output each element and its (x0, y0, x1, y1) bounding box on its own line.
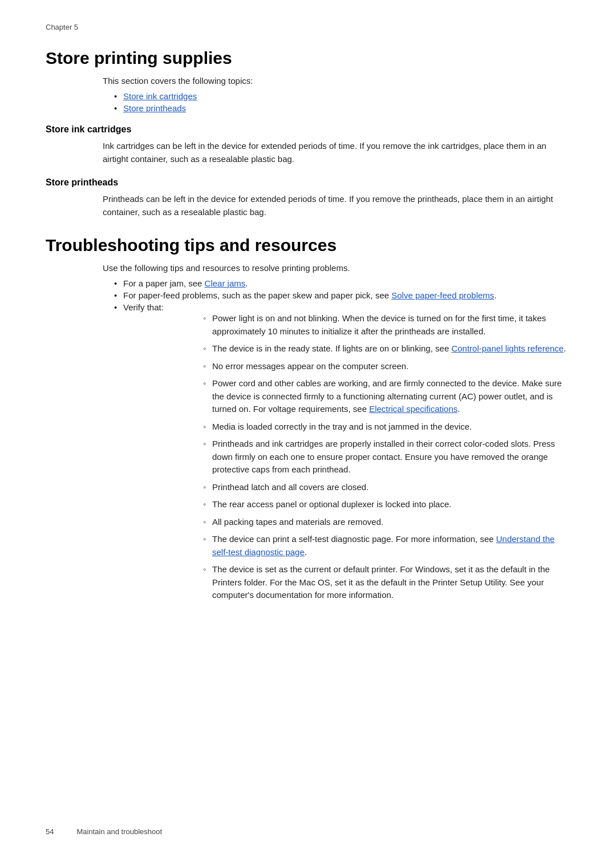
page-container: Chapter 5 Store printing supplies This s… (0, 0, 616, 645)
list-item: Verify that: Power light is on and not b… (114, 302, 570, 602)
list-item: For a paper jam, see Clear jams. (114, 278, 570, 288)
chapter-label: Chapter 5 (46, 23, 570, 31)
store-printing-supplies-section: Store printing supplies This section cov… (46, 48, 570, 219)
store-intro-text: This section covers the following topics… (103, 76, 570, 86)
verify-rear-access: The rear access panel or optional duplex… (212, 499, 451, 509)
list-item: The device is set as the current or defa… (203, 563, 570, 602)
list-item: All packing tapes and materials are remo… (203, 516, 570, 529)
electrical-specifications-link[interactable]: Electrical specifications (369, 404, 457, 414)
verify-power-light: Power light is on and not blinking. When… (212, 313, 546, 336)
verify-printheads-installed: Printheads and ink cartridges are proper… (212, 439, 555, 474)
solve-paper-feed-link[interactable]: Solve paper-feed problems (391, 290, 494, 300)
verify-media-loaded: Media is loaded correctly in the tray an… (212, 422, 472, 431)
page-footer: 54 Maintain and troubleshoot (46, 827, 570, 836)
verify-ready-state-after: . (564, 343, 566, 353)
store-printheads-heading: Store printheads (46, 177, 570, 188)
verify-ready-state-before: The device is in the ready state. If lig… (212, 343, 451, 353)
verify-packing-tapes: All packing tapes and materials are remo… (212, 517, 383, 527)
list-item: Media is loaded correctly in the tray an… (203, 421, 570, 434)
list-item: The device can print a self-test diagnos… (203, 533, 570, 559)
verify-self-test-after: . (305, 547, 307, 557)
control-panel-lights-link[interactable]: Control-panel lights reference (451, 343, 564, 353)
paper-jam-text-before: For a paper jam, see (123, 278, 205, 288)
verify-printhead-latch: Printhead latch and all covers are close… (212, 482, 368, 492)
store-printheads-body: Printheads can be left in the device for… (103, 192, 570, 219)
clear-jams-link[interactable]: Clear jams (205, 278, 246, 288)
verify-default-printer: The device is set as the current or defa… (212, 564, 550, 600)
store-printheads-subsection: Store printheads Printheads can be left … (46, 177, 570, 219)
verify-self-test-before: The device can print a self-test diagnos… (212, 534, 496, 544)
footer-page-number: 54 (46, 827, 54, 836)
troubleshooting-section: Troubleshooting tips and resources Use t… (46, 236, 570, 602)
store-topics-list: Store ink cartridges Store printheads (114, 91, 570, 113)
footer-section-text: Maintain and troubleshoot (76, 827, 162, 836)
list-item: The rear access panel or optional duplex… (203, 498, 570, 511)
list-item: Printheads and ink cartridges are proper… (203, 438, 570, 476)
list-item: Printhead latch and all covers are close… (203, 481, 570, 494)
list-item: Store printheads (114, 103, 570, 113)
list-item: Power cord and other cables are working,… (203, 377, 570, 416)
store-ink-cartridges-subsection: Store ink cartridges Ink cartridges can … (46, 124, 570, 166)
paper-jam-text-after: . (245, 278, 248, 288)
paper-feed-text-after: . (494, 290, 496, 300)
verify-power-cord-after: . (457, 404, 460, 414)
verify-no-error-messages: No error messages appear on the computer… (212, 361, 408, 371)
store-printing-supplies-title: Store printing supplies (46, 48, 570, 68)
troubleshooting-title: Troubleshooting tips and resources (46, 236, 570, 255)
verify-that-text: Verify that: (123, 302, 164, 312)
troubleshooting-intro: Use the following tips and resources to … (103, 263, 570, 273)
verify-list: Power light is on and not blinking. When… (203, 312, 570, 602)
list-item: No error messages appear on the computer… (203, 360, 570, 373)
paper-feed-text-before: For paper-feed problems, such as the pap… (123, 290, 391, 300)
list-item: Store ink cartridges (114, 91, 570, 101)
store-ink-cartridges-link[interactable]: Store ink cartridges (123, 91, 197, 101)
list-item: The device is in the ready state. If lig… (203, 342, 570, 355)
troubleshooting-top-list: For a paper jam, see Clear jams. For pap… (114, 278, 570, 602)
list-item: Power light is on and not blinking. When… (203, 312, 570, 338)
store-printheads-link[interactable]: Store printheads (123, 103, 186, 113)
list-item: For paper-feed problems, such as the pap… (114, 290, 570, 300)
store-ink-cartridges-heading: Store ink cartridges (46, 124, 570, 135)
store-ink-cartridges-body: Ink cartridges can be left in the device… (103, 139, 570, 166)
